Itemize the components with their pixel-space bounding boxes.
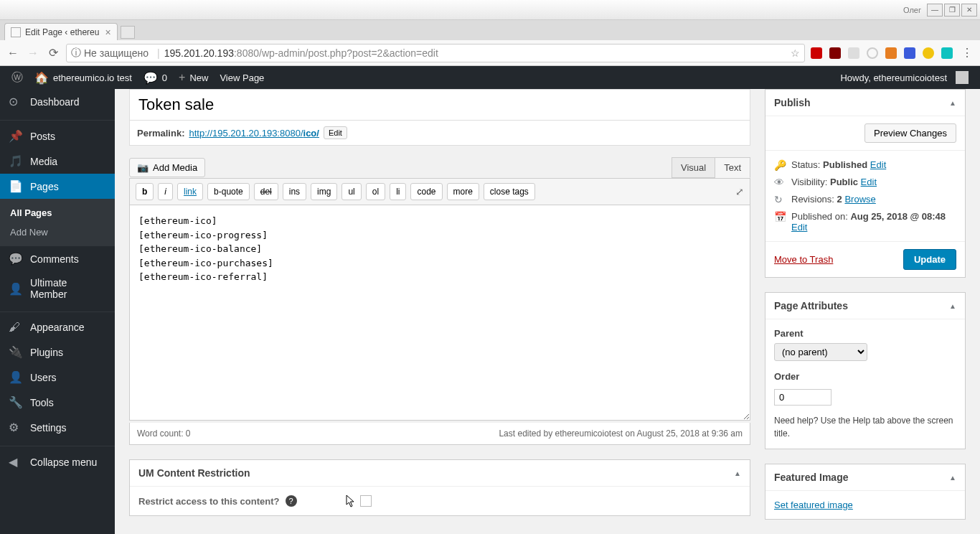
ext-icon-5[interactable] [885,47,897,59]
set-featured-image-link[interactable]: Set featured image [774,500,853,510]
qt-code[interactable]: code [410,183,442,200]
qt-close-tags[interactable]: close tags [484,183,535,200]
fullscreen-icon[interactable]: ⤢ [735,186,744,197]
browser-menu-icon[interactable]: ⋮ [960,46,974,60]
content-textarea[interactable]: [ethereum-ico] [ethereum-ico-progress] [… [129,205,750,421]
window-user: Олег [903,6,921,14]
tab-visual[interactable]: Visual [672,157,715,178]
menu-ultimate-member[interactable]: 👤Ultimate Member [0,271,115,306]
home-icon: 🏠 [34,71,49,85]
help-icon[interactable]: ? [286,495,297,507]
plugin-icon: 🔌 [9,345,23,359]
ext-icon-7[interactable] [923,47,934,59]
window-minimize-button[interactable]: — [927,4,943,17]
new-content-link[interactable]: +New [173,66,214,89]
parent-select[interactable]: (no parent) [774,343,867,361]
forward-icon[interactable]: → [26,46,40,60]
wp-logo[interactable]: ⓦ [6,66,29,89]
page-icon: 📄 [9,179,23,193]
browser-tab[interactable]: Edit Page ‹ ethereu × [4,23,118,40]
order-input[interactable] [774,389,831,406]
last-edited: Last edited by ethereumicoiotest on Augu… [499,428,743,439]
ext-icon-2[interactable] [829,47,841,59]
qt-img[interactable]: img [311,183,337,200]
menu-media[interactable]: 🎵Media [0,149,115,174]
ext-icon-1[interactable] [811,47,822,59]
tab-text[interactable]: Text [715,157,750,178]
attributes-help: Need help? Use the Help tab above the sc… [774,414,956,440]
qt-li[interactable]: li [390,183,406,200]
visibility-icon: 👁 [774,177,786,188]
preview-button[interactable]: Preview Changes [864,123,956,143]
qt-bquote[interactable]: b-quote [207,183,250,200]
menu-dashboard[interactable]: ⊙Dashboard [0,89,115,114]
window-title-bar: Олег — ❐ ✕ [0,0,980,20]
submenu-all-pages[interactable]: All Pages [0,203,115,222]
menu-comments[interactable]: 💬Comments [0,246,115,271]
ext-icon-6[interactable] [904,47,915,59]
comments-link[interactable]: 💬0 [138,66,173,89]
comment-icon: 💬 [143,71,158,85]
qt-bold[interactable]: b [136,183,154,200]
qt-ul[interactable]: ul [341,183,361,200]
qt-ins[interactable]: ins [283,183,306,200]
featured-image-box: Featured Image ▲ Set featured image [765,464,966,520]
qt-del[interactable]: del [254,183,278,200]
tab-close-icon[interactable]: × [105,27,110,38]
star-icon[interactable]: ☆ [791,47,800,59]
menu-collapse[interactable]: ◀Collapse menu [0,449,115,474]
restrict-checkbox[interactable] [360,495,372,507]
key-icon: 🔑 [774,159,786,171]
menu-tools[interactable]: 🔧Tools [0,390,115,415]
edit-visibility-link[interactable]: Edit [861,177,877,187]
menu-users[interactable]: 👤Users [0,365,115,390]
qt-italic[interactable]: i [158,183,173,200]
restrict-label: Restrict access to this content? [138,496,280,507]
editor-status-bar: Word count: 0 Last edited by ethereumico… [129,423,750,445]
add-media-button[interactable]: 📷 Add Media [129,158,205,177]
back-icon[interactable]: ← [6,46,20,60]
quicktags-toolbar: b i link b-quote del ins img ul ol li co… [129,178,750,205]
featured-box-title: Featured Image [774,472,949,483]
move-to-trash-link[interactable]: Move to Trash [774,254,833,265]
ext-icon-4[interactable] [867,47,878,59]
view-page-link[interactable]: View Page [214,66,270,89]
menu-pages[interactable]: 📄Pages [0,174,115,199]
window-maximize-button[interactable]: ❐ [944,4,960,17]
pin-icon: 📌 [9,129,23,143]
ext-icon-3[interactable] [848,47,859,59]
menu-settings[interactable]: ⚙Settings [0,415,115,440]
permalink-link[interactable]: http://195.201.20.193:8080/ico/ [189,128,319,139]
menu-posts[interactable]: 📌Posts [0,123,115,149]
site-name-link[interactable]: 🏠ethereumico.io test [29,66,138,89]
url-input[interactable]: ⓘ Не защищено | 195.201.20.193:8080/wp-a… [66,44,805,62]
post-title-input[interactable] [129,89,750,121]
browse-revisions-link[interactable]: Browse [844,194,875,205]
reload-icon[interactable]: ⟳ [46,46,60,60]
brush-icon: 🖌 [9,321,23,334]
um-box-title: UM Content Restriction [138,467,734,479]
submenu-add-new[interactable]: Add New [0,222,115,242]
edit-permalink-button[interactable]: Edit [324,126,347,139]
edit-status-link[interactable]: Edit [870,159,886,170]
new-tab-button[interactable] [121,26,135,39]
qt-link[interactable]: link [177,183,203,200]
parent-label: Parent [774,328,956,339]
attributes-box-title: Page Attributes [774,300,949,312]
edit-date-link[interactable]: Edit [791,222,807,233]
publish-box: Publish ▲ Preview Changes 🔑Status: Publi… [765,89,966,278]
ext-icon-8[interactable] [941,47,953,59]
menu-appearance[interactable]: 🖌Appearance [0,315,115,339]
window-close-button[interactable]: ✕ [961,4,977,17]
qt-more[interactable]: more [447,183,479,200]
update-button[interactable]: Update [903,249,956,270]
howdy-link[interactable]: Howdy, ethereumicoiotest [834,66,974,89]
toggle-icon[interactable]: ▲ [734,469,741,477]
toggle-icon[interactable]: ▲ [949,99,956,107]
toggle-icon[interactable]: ▲ [949,302,956,310]
menu-plugins[interactable]: 🔌Plugins [0,339,115,365]
publish-box-title: Publish [774,97,949,108]
camera-icon: 📷 [137,162,149,173]
qt-ol[interactable]: ol [366,183,385,200]
toggle-icon[interactable]: ▲ [949,474,956,482]
